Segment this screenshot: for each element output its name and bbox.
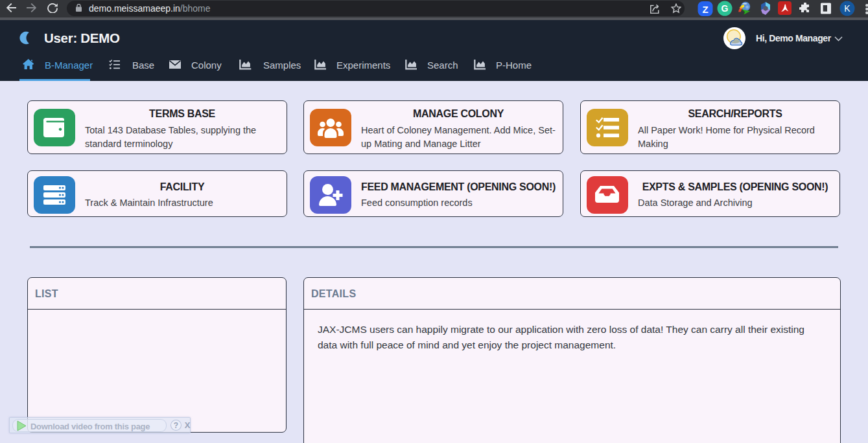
- svg-text:Z: Z: [702, 4, 708, 15]
- svg-text:K: K: [844, 3, 850, 14]
- svg-text:G: G: [721, 3, 729, 14]
